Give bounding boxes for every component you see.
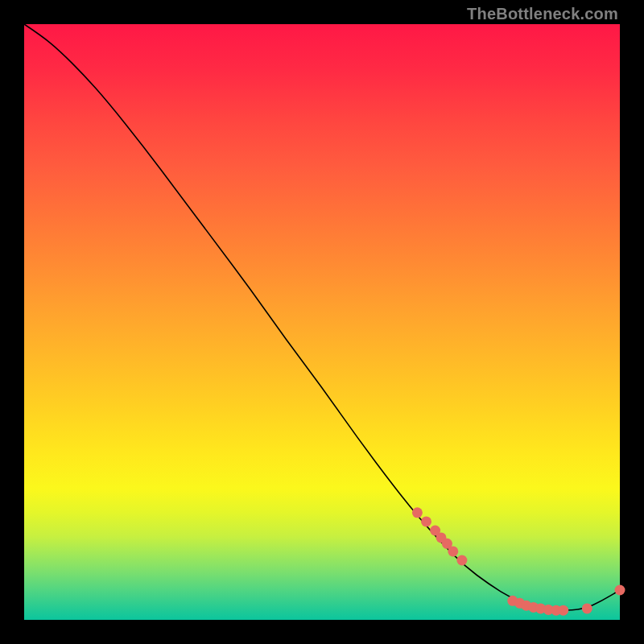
scatter-dot: [456, 555, 467, 566]
scatter-dot: [421, 516, 431, 526]
chart-stage: TheBottleneck.com: [0, 0, 644, 644]
scatter-dot: [448, 546, 458, 556]
plot-area: [24, 24, 620, 620]
scatter-dot: [582, 603, 592, 613]
bottleneck-curve: [24, 24, 620, 610]
curve-svg: [24, 24, 620, 620]
scatter-dots: [412, 507, 625, 615]
scatter-dot: [615, 585, 625, 596]
scatter-dot: [558, 605, 568, 616]
scatter-dot: [412, 507, 423, 518]
watermark-text: TheBottleneck.com: [467, 5, 618, 23]
